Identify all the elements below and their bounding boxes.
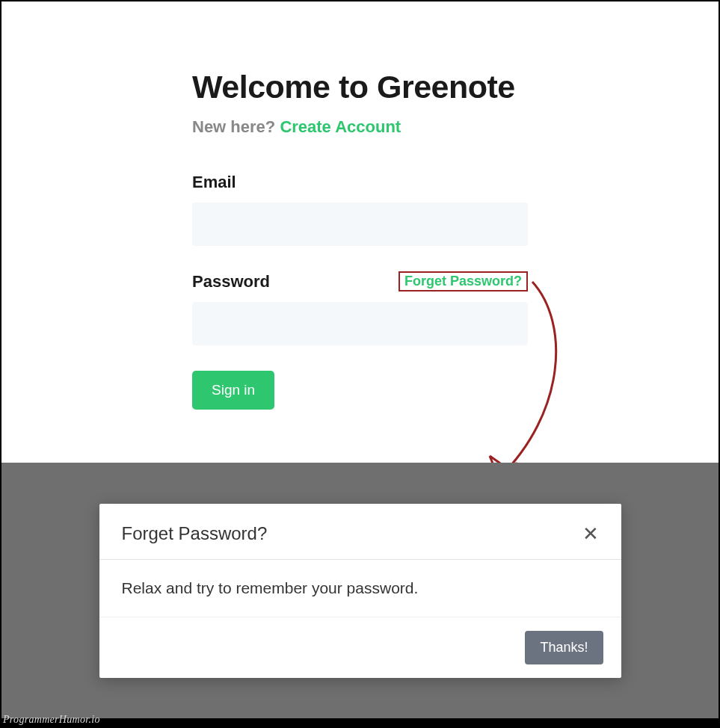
signin-button[interactable]: Sign in: [192, 371, 274, 410]
modal-backdrop: Forget Password? ✕ Relax and try to reme…: [1, 463, 719, 718]
close-icon[interactable]: ✕: [582, 524, 599, 543]
email-label-row: Email: [192, 173, 528, 192]
modal-footer: Thanks!: [99, 617, 621, 678]
page-title: Welcome to Greenote: [192, 69, 528, 105]
modal-header: Forget Password? ✕: [99, 504, 621, 560]
email-label: Email: [192, 173, 236, 192]
email-input[interactable]: [192, 203, 528, 246]
password-label: Password: [192, 272, 270, 291]
thanks-button[interactable]: Thanks!: [525, 631, 603, 664]
forgot-password-modal: Forget Password? ✕ Relax and try to reme…: [99, 504, 621, 678]
modal-body: Relax and try to remember your password.: [99, 560, 621, 617]
password-input[interactable]: [192, 302, 528, 345]
subtitle-text: New here?: [192, 117, 280, 136]
modal-title: Forget Password?: [122, 523, 268, 544]
create-account-link[interactable]: Create Account: [280, 117, 401, 136]
watermark-text: ProgrammerHumor.io: [3, 714, 100, 726]
login-panel: Welcome to Greenote New here? Create Acc…: [1, 1, 719, 463]
subtitle-row: New here? Create Account: [192, 117, 528, 137]
password-label-row: Password Forget Password?: [192, 271, 528, 291]
forgot-password-link[interactable]: Forget Password?: [399, 271, 528, 291]
app-frame: Welcome to Greenote New here? Create Acc…: [0, 0, 720, 718]
